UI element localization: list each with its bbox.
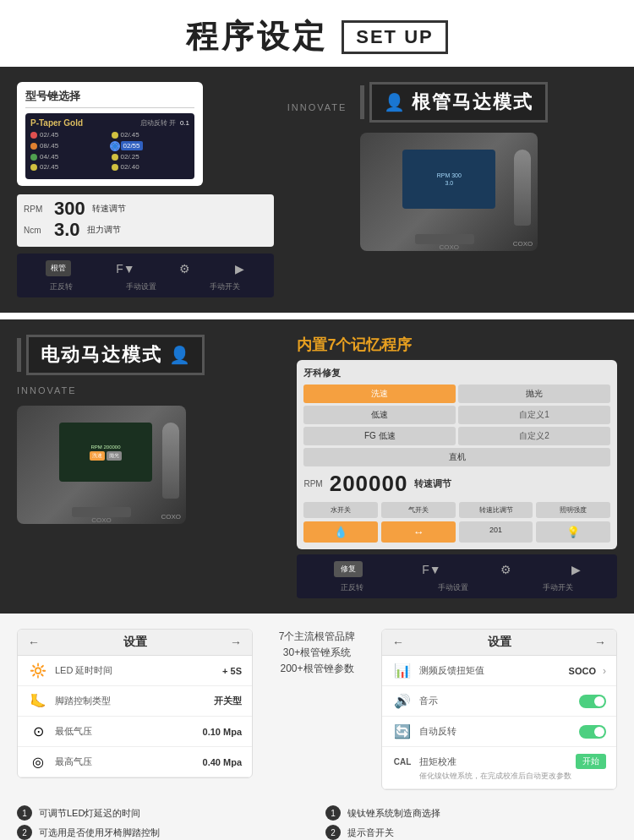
- page-title-chinese: 程序设定: [186, 15, 328, 58]
- chevron-right-icon: ›: [603, 665, 606, 677]
- list-text-left-2: 可选用是否使用牙椅脚踏控制: [39, 826, 160, 839]
- list-item-right-1: 1 镍钛锉系统制造商选择: [325, 805, 617, 821]
- device-screen-1: RPM 300 3.0: [402, 150, 495, 209]
- numbered-list-left: 1 可调节LED灯延迟的时间 2 可选用是否使用牙椅脚踏控制 3 可调节最低的启…: [17, 805, 309, 840]
- label2-forward-reverse: 正反转: [341, 582, 363, 593]
- middle-info-panel: 7个主流根管品牌 30+根管锉系统 200+根管锉参数: [266, 629, 368, 678]
- label-manual-settings: 手动设置: [126, 281, 156, 292]
- settings-item-auto-reverse: 🔄 自动反转: [382, 717, 616, 747]
- speed-btn-custom1[interactable]: 自定义1: [458, 406, 610, 424]
- play-icon[interactable]: ▶: [235, 262, 244, 275]
- right-back-arrow[interactable]: ←: [392, 635, 404, 649]
- rpm-label: RPM: [24, 205, 51, 214]
- section-electric-motor: 电动马达模式 👤 INNOVATE RPM 200000 洗速 抛光 COXO …: [0, 319, 634, 614]
- settings-panel-right: ← 设置 → 📊 测频反馈扭矩值 SOCO › 🔊 音示 🔄 自动反转: [381, 629, 617, 790]
- feature-icons-row: 💧 ↔ 201 💡: [303, 521, 610, 543]
- device-image-2: RPM 200000 洗速 抛光 COXO COXO: [17, 406, 186, 524]
- chart-icon: 📊: [392, 663, 413, 679]
- speed-btn-custom2[interactable]: 自定义2: [458, 427, 610, 445]
- page-title-badge: SET UP: [342, 20, 447, 54]
- bottom-root-btn[interactable]: 根管: [46, 260, 71, 276]
- forward-icon-2[interactable]: F▼: [422, 563, 440, 576]
- settings-item-max-pressure: ◎ 最高气压 0.40 Mpa: [18, 747, 252, 777]
- settings-panel-right-header: ← 设置 →: [382, 630, 616, 656]
- settings-item-pedal: 🦶 脚踏控制类型 开关型: [18, 686, 252, 717]
- speed-btn-wash[interactable]: 洗速: [303, 385, 456, 403]
- bottom-numbered-lists: 1 可调节LED灯延迟的时间 2 可选用是否使用牙椅脚踏控制 3 可调节最低的启…: [0, 799, 634, 840]
- s1-left-panel: 型号锉选择 P-Taper Gold 启动反转 开 0.1 02/.45 02/…: [17, 82, 274, 297]
- numbered-list-right: 1 镍钛锉系统制造商选择 2 提示音开关 3 自动反转开关 4 扭矩校准开关: [325, 805, 617, 840]
- mode-bar-1: [360, 85, 364, 119]
- memory-title: 内置7个记忆程序: [297, 335, 617, 355]
- led-icon: 🔆: [28, 663, 48, 679]
- auto-reverse-toggle[interactable]: [579, 725, 606, 739]
- auto-reverse-label: 启动反转 开 0.1: [140, 118, 189, 128]
- s1-center: INNOVATE: [287, 82, 347, 116]
- settings-item-min-pressure: ⊙ 最低气压 0.10 Mpa: [18, 717, 252, 747]
- cal-button[interactable]: 开始: [576, 754, 606, 769]
- innovate-label-1: INNOVATE: [287, 102, 347, 112]
- innovate-label-2: INNOVATE: [17, 385, 77, 395]
- pedal-label: 脚踏控制类型: [55, 695, 207, 707]
- middle-info-text: 7个主流根管品牌 30+根管锉系统 200+根管锉参数: [279, 629, 356, 678]
- settings-title-left: 设置: [123, 635, 147, 650]
- feature-water[interactable]: 水开关: [303, 502, 378, 518]
- air-icon-btn[interactable]: ↔: [381, 521, 456, 543]
- left-back-arrow[interactable]: ←: [28, 635, 40, 649]
- pedal-icon: 🦶: [28, 693, 48, 709]
- settings-item-sound: 🔊 音示: [382, 686, 616, 717]
- speed-btn-polish[interactable]: 抛光: [458, 385, 610, 403]
- rpm-label-2: RPM: [303, 479, 322, 488]
- num-circle-1: 1: [17, 805, 32, 821]
- ncm-label: Ncm: [24, 226, 51, 235]
- speed-buttons-grid: 洗速 抛光 低速 自定义1 FG 低速 自定义2 直机: [303, 385, 610, 466]
- device-image-1: RPM 300 3.0 COXO COXO: [360, 133, 538, 251]
- feature-air[interactable]: 气开关: [381, 502, 456, 518]
- light-icon-btn[interactable]: 💡: [536, 521, 610, 543]
- right-forward-arrow[interactable]: →: [594, 635, 606, 649]
- auto-reverse-icon: 🔄: [392, 723, 413, 739]
- ncm-value: 3.0: [54, 221, 80, 239]
- max-pressure-label: 最高气压: [55, 755, 196, 768]
- auto-reverse-setting-label: 自动反转: [419, 725, 572, 738]
- file-dots-grid: 02/.45 02/.45 08/.45 02/55 04/.45 02/.25…: [30, 131, 189, 171]
- bottom-labels-row: 正反转 手动设置 手动开关: [24, 280, 267, 294]
- min-pressure-icon: ⊙: [28, 723, 48, 739]
- forward-icon[interactable]: F▼: [116, 262, 134, 275]
- cal-icon: CAL: [392, 757, 413, 766]
- rpm-display-row: RPM 200000 转速调节: [303, 471, 610, 497]
- water-icon-btn[interactable]: 💧: [303, 521, 378, 543]
- speed-btn-straight[interactable]: 直机: [303, 448, 610, 466]
- label2-manual-switch: 手动开关: [543, 582, 573, 593]
- rpm-value: 300: [54, 199, 85, 218]
- num-circle-2: 2: [17, 825, 32, 840]
- speed-btn-low[interactable]: 低速: [303, 406, 456, 424]
- settings-item-soco[interactable]: 📊 测频反馈扭矩值 SOCO ›: [382, 656, 616, 686]
- settings-panel-left: ← 设置 → 🔆 LED 延时时间 + 5S 🦶 脚踏控制类型 开关型 ⊙ 最低…: [17, 629, 253, 778]
- speed-btn-fg[interactable]: FG 低速: [303, 427, 456, 445]
- feature-light[interactable]: 照明强度: [536, 502, 610, 518]
- settings-icon[interactable]: ⚙: [179, 262, 190, 275]
- mode-title-box-1: 👤 根管马达模式: [369, 82, 548, 123]
- ratio-value-btn[interactable]: 201: [459, 521, 533, 543]
- section-settings: ← 设置 → 🔆 LED 延时时间 + 5S 🦶 脚踏控制类型 开关型 ⊙ 最低…: [0, 614, 634, 799]
- device-handpiece-2: [162, 423, 179, 499]
- device-handpiece-1: [514, 150, 531, 226]
- person-icon: 👤: [384, 92, 405, 112]
- cal-row: CAL 扭矩校准 开始: [392, 754, 606, 769]
- model-select-title: 型号锉选择: [25, 89, 194, 108]
- ncm-desc: 扭力调节: [87, 224, 121, 236]
- model-select-box: 型号锉选择 P-Taper Gold 启动反转 开 0.1 02/.45 02/…: [17, 82, 203, 186]
- left-forward-arrow[interactable]: →: [230, 635, 242, 649]
- list-item-left-1: 1 可调节LED灯延迟的时间: [17, 805, 309, 821]
- list-text-right-1: 镍钛锉系统制造商选择: [347, 807, 440, 820]
- settings-icon-2[interactable]: ⚙: [500, 563, 511, 576]
- restore-btn[interactable]: 修复: [334, 561, 363, 577]
- s2-left-panel: 电动马达模式 👤 INNOVATE RPM 200000 洗速 抛光 COXO …: [17, 335, 283, 524]
- num-circle-r2: 2: [325, 825, 341, 840]
- settings-title-right: 设置: [488, 635, 511, 650]
- dental-panel-title: 牙科修复: [303, 367, 610, 379]
- play-icon-2[interactable]: ▶: [571, 563, 581, 576]
- sound-toggle[interactable]: [579, 695, 606, 708]
- feature-ratio[interactable]: 转速比调节: [459, 502, 533, 518]
